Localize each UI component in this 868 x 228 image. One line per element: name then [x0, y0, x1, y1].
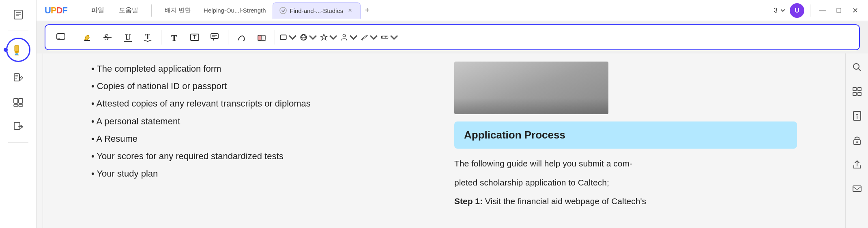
- maximize-button[interactable]: □: [832, 4, 845, 17]
- body-text-1-span: The following guide will help you submit…: [454, 159, 632, 168]
- bullet-4: • A personal statement: [91, 114, 434, 128]
- underline-button[interactable]: U: [119, 28, 137, 46]
- article-image: [454, 62, 608, 114]
- star-button[interactable]: [320, 28, 337, 46]
- toolbar-sep-4: [275, 30, 275, 45]
- logo-p: P: [51, 5, 56, 15]
- user-avatar[interactable]: U: [790, 3, 804, 18]
- tab-add-button[interactable]: +: [361, 4, 374, 17]
- step-label: Step 1:: [454, 196, 483, 206]
- bullet-5: • A Resume: [91, 132, 434, 146]
- ruler-button[interactable]: [380, 28, 398, 46]
- sidebar-item-reader[interactable]: [6, 4, 30, 25]
- body-text-2: pleted scholarship application to Caltec…: [454, 176, 797, 190]
- textbox-button[interactable]: T: [186, 28, 204, 46]
- left-column: • The completed application form • Copie…: [75, 58, 446, 224]
- bullet-7: • Your study plan: [91, 166, 434, 181]
- toolbar-sep-1: [74, 30, 74, 45]
- svg-text:T: T: [193, 34, 197, 40]
- share-button[interactable]: [848, 156, 866, 173]
- logo-f: F: [62, 5, 67, 15]
- right-column: Application Process The following guide …: [446, 58, 813, 224]
- bullet-2: • Copies of national ID or passport: [91, 79, 434, 93]
- svg-rect-13: [14, 98, 18, 103]
- tab-findand-label: Find-and-...-Studies: [290, 7, 344, 14]
- svg-line-48: [858, 68, 861, 71]
- draw-button[interactable]: [232, 28, 250, 46]
- svg-text:T: T: [171, 33, 177, 43]
- svg-rect-17: [14, 122, 20, 130]
- svg-text:U: U: [125, 33, 131, 42]
- pdf-page: • The completed application form • Copie…: [43, 53, 845, 228]
- ocr-button[interactable]: [848, 83, 866, 100]
- svg-rect-52: [858, 92, 861, 96]
- tab-batch[interactable]: 배치 변환: [158, 2, 197, 19]
- document-info-button[interactable]: [848, 107, 866, 125]
- svg-rect-58: [853, 186, 861, 192]
- body-text-2-span: pleted scholarship application to Caltec…: [454, 178, 609, 187]
- sidebar-item-convert[interactable]: [6, 116, 30, 137]
- minimize-button[interactable]: —: [816, 4, 829, 17]
- nav-menu: 파일 도움말: [81, 4, 149, 17]
- strikethrough-button[interactable]: S: [99, 28, 116, 46]
- application-process-title: Application Process: [464, 129, 565, 141]
- line-button[interactable]: [299, 28, 317, 46]
- bullet-3-text: • Attested copies of any relevant transc…: [91, 98, 311, 109]
- nav-item-help[interactable]: 도움말: [112, 4, 145, 17]
- svg-rect-15: [14, 104, 18, 107]
- body-text-step1: Step 1: Visit the financial aid webpage …: [454, 194, 797, 209]
- callout-button[interactable]: [206, 28, 224, 46]
- tab-batch-label: 배치 변환: [165, 6, 191, 14]
- stamp-button[interactable]: [340, 28, 358, 46]
- svg-rect-35: [258, 35, 261, 40]
- body-text-1: The following guide will help you submit…: [454, 157, 797, 171]
- svg-marker-31: [213, 38, 215, 41]
- svg-rect-42: [381, 36, 388, 38]
- search-button[interactable]: [848, 58, 866, 76]
- svg-point-57: [856, 141, 858, 143]
- tab-findand[interactable]: Find-and-...-Studies ✕: [273, 2, 361, 19]
- left-sidebar: [0, 0, 37, 228]
- highlight-button[interactable]: [78, 28, 96, 46]
- svg-rect-20: [57, 34, 65, 39]
- text-button[interactable]: T: [165, 28, 183, 46]
- tab-close-button[interactable]: ✕: [346, 7, 354, 14]
- pdf-area: • The completed application form • Copie…: [37, 53, 868, 228]
- svg-rect-16: [19, 104, 23, 107]
- eraser-button[interactable]: [253, 28, 271, 46]
- svg-point-41: [343, 34, 345, 37]
- annotation-toolbar: S U T T: [45, 24, 860, 50]
- page-count-display: 3: [774, 7, 786, 14]
- tab-helping-label: Helping-Ou...l-Strength: [204, 7, 266, 14]
- page-content: • The completed application form • Copie…: [59, 53, 829, 228]
- app-logo: UPDF: [37, 5, 75, 16]
- wavy-underline-button[interactable]: T: [139, 28, 157, 46]
- svg-rect-8: [14, 74, 19, 81]
- sidebar-item-organize[interactable]: [6, 92, 30, 113]
- svg-rect-51: [853, 92, 856, 96]
- sidebar-item-edit[interactable]: [6, 68, 30, 89]
- toolbar-sep-2: [161, 30, 161, 45]
- mail-button[interactable]: [848, 180, 866, 198]
- window-controls: — □ ✕: [816, 4, 862, 17]
- logo-d: D: [56, 5, 62, 15]
- main-area: UPDF 파일 도움말 배치 변환 Helping-Ou...l-Strengt…: [37, 0, 868, 228]
- svg-rect-7: [15, 53, 18, 55]
- svg-rect-50: [858, 87, 861, 91]
- application-process-box: Application Process: [454, 121, 797, 149]
- sidebar-item-annotate[interactable]: [6, 38, 30, 62]
- top-divider-2: [151, 4, 152, 17]
- right-panel: [845, 53, 868, 228]
- svg-rect-0: [14, 10, 22, 19]
- security-button[interactable]: [848, 131, 866, 149]
- svg-rect-14: [19, 98, 23, 103]
- close-button[interactable]: ✕: [849, 4, 862, 17]
- comment-button[interactable]: [52, 28, 70, 46]
- left-scrollbar[interactable]: [37, 53, 43, 228]
- nav-item-file[interactable]: 파일: [85, 4, 111, 17]
- shape-button[interactable]: [279, 28, 297, 46]
- tabs-area: 배치 변환 Helping-Ou...l-Strength Find-and-.…: [154, 2, 774, 19]
- bullet-6: • Your scores for any required standardi…: [91, 149, 434, 163]
- tab-helping[interactable]: Helping-Ou...l-Strength: [197, 2, 272, 19]
- signature-button[interactable]: [360, 28, 378, 46]
